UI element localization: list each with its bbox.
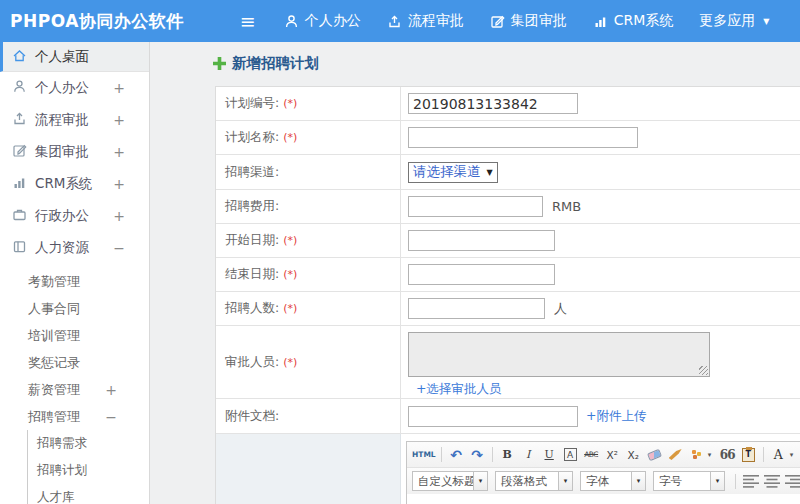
sidebar-item-training[interactable]: 培训管理: [0, 322, 149, 349]
eraser-icon[interactable]: [645, 445, 664, 464]
plan-no-label: 计划编号:: [225, 95, 279, 112]
sidebar-item-label: 招聘需求: [37, 435, 87, 452]
font-color-button[interactable]: A: [769, 445, 788, 464]
collapse-minus-icon[interactable]: −: [105, 409, 117, 425]
sidebar-item-hr-contract[interactable]: 人事合同: [0, 295, 149, 322]
top-navigation-bar: PHPOA协同办公软件 ≡ 个人办公 流程审批 集团审批 CRM系统 更多应用 …: [0, 0, 800, 42]
edit-square-icon: [490, 14, 505, 29]
sidebar-item-rewards[interactable]: 奖惩记录: [0, 349, 149, 376]
top-menu-personal-office[interactable]: 个人办公: [284, 12, 361, 30]
plan-name-input[interactable]: [408, 127, 638, 148]
sidebar-item-label: 人力资源: [35, 239, 89, 257]
end-date-input[interactable]: [408, 264, 555, 285]
font-size-dropdown[interactable]: 字号▾: [653, 471, 725, 491]
expand-plus-icon[interactable]: +: [113, 176, 125, 192]
caret-down-icon[interactable]: ▾: [708, 451, 716, 459]
plan-name-label: 计划名称:: [225, 129, 279, 146]
headcount-label: 招聘人数:: [225, 300, 279, 317]
custom-title-dropdown[interactable]: 自定义标题▾: [412, 471, 488, 491]
expand-plus-icon[interactable]: +: [113, 80, 125, 96]
sidebar-item-label: 人才库: [37, 489, 75, 504]
sidebar-item-personal-office[interactable]: 个人办公 +: [0, 72, 149, 104]
underline-button[interactable]: U: [540, 445, 559, 464]
sidebar-item-human-resources[interactable]: 人力资源 −: [0, 232, 149, 264]
redo-icon[interactable]: ↷: [468, 445, 487, 464]
sidebar-item-label: 集团审批: [35, 143, 89, 161]
sidebar-item-group-approval[interactable]: 集团审批 +: [0, 136, 149, 168]
top-menu-more-apps[interactable]: 更多应用 ▼: [699, 12, 769, 30]
home-icon: [12, 48, 35, 66]
format-brush-icon[interactable]: [666, 445, 685, 464]
caret-down-icon[interactable]: ▾: [790, 451, 798, 459]
align-center-icon[interactable]: [762, 472, 781, 491]
form-row-fee: 招聘费用: RMB: [216, 190, 800, 224]
sidebar-item-talent-pool[interactable]: 人才库: [28, 484, 149, 504]
font-family-dropdown[interactable]: 字体▾: [580, 471, 646, 491]
sidebar-item-recruit-demand[interactable]: 招聘需求: [28, 430, 149, 457]
sidebar-item-salary[interactable]: 薪资管理+: [0, 376, 149, 403]
add-plus-icon: [213, 57, 226, 70]
align-right-icon[interactable]: [783, 472, 800, 491]
sidebar-item-label: 招聘计划: [37, 462, 87, 479]
headcount-unit: 人: [554, 300, 567, 318]
subscript-button[interactable]: X₂: [624, 445, 643, 464]
sidebar-item-label: 培训管理: [28, 327, 80, 345]
form-row-plan-name: 计划名称:(*): [216, 121, 800, 155]
top-menu-workflow-approval[interactable]: 流程审批: [387, 12, 464, 30]
bold-button[interactable]: B: [498, 445, 517, 464]
paragraph-format-dropdown[interactable]: 段落格式▾: [495, 471, 573, 491]
editor-toolbar-row2: 自定义标题▾ 段落格式▾ 字体▾ 字号▾: [407, 468, 800, 494]
required-mark: (*): [283, 131, 297, 144]
headcount-input[interactable]: [408, 298, 545, 319]
channel-select[interactable]: 请选择渠道 ▼: [408, 162, 498, 183]
collapse-minus-icon[interactable]: −: [113, 240, 125, 256]
channel-label: 招聘渠道:: [225, 164, 279, 181]
top-menu-group-approval[interactable]: 集团审批: [490, 12, 567, 30]
expand-plus-icon[interactable]: +: [113, 112, 125, 128]
fee-input[interactable]: [408, 196, 543, 217]
expand-plus-icon[interactable]: +: [113, 208, 125, 224]
strikethrough-button[interactable]: ABC: [582, 445, 601, 464]
blockquote-button[interactable]: 66: [718, 445, 737, 464]
caret-down-icon: ▾: [711, 471, 725, 491]
sidebar-item-label: 流程审批: [35, 111, 89, 129]
spray-format-icon[interactable]: [687, 445, 706, 464]
plan-no-input[interactable]: [408, 93, 578, 114]
sidebar-item-crm[interactable]: CRM系统 +: [0, 168, 149, 200]
recruitment-plan-form: 计划编号:(*) 计划名称:(*) 招聘渠道: 请选择渠道 ▼ 招聘费用: RM…: [215, 86, 800, 504]
form-row-headcount: 招聘人数:(*) 人: [216, 292, 800, 326]
caret-down-icon: ▼: [487, 168, 493, 177]
approvers-textarea[interactable]: [408, 332, 710, 377]
sidebar: 个人桌面 个人办公 + 流程审批 + 集团审批 + CRM系统 + 行政办公 +…: [0, 42, 150, 504]
italic-button[interactable]: I: [519, 445, 538, 464]
top-menu-label: 流程审批: [408, 12, 464, 30]
editor-content-area[interactable]: [407, 494, 800, 504]
expand-plus-icon[interactable]: +: [105, 382, 117, 398]
attachment-upload-link[interactable]: +附件上传: [586, 408, 646, 425]
sidebar-item-recruit-plan[interactable]: 招聘计划: [28, 457, 149, 484]
sidebar-recruit-submenu: 招聘需求 招聘计划 人才库: [27, 430, 149, 504]
sidebar-item-workflow-approval[interactable]: 流程审批 +: [0, 104, 149, 136]
sidebar-item-personal-desktop[interactable]: 个人桌面: [0, 42, 149, 72]
sidebar-item-attendance[interactable]: 考勤管理: [0, 268, 149, 295]
paste-text-icon[interactable]: T: [739, 445, 758, 464]
expand-plus-icon[interactable]: +: [113, 144, 125, 160]
html-source-button[interactable]: HTML: [412, 445, 436, 464]
toolbar-separator: [763, 447, 764, 462]
select-approvers-link[interactable]: +选择审批人员: [416, 381, 501, 398]
hamburger-menu-icon[interactable]: ≡: [240, 12, 256, 31]
caret-down-icon: ▾: [632, 471, 646, 491]
autotypeset-button[interactable]: A: [564, 448, 577, 461]
required-mark: (*): [283, 302, 297, 315]
undo-icon[interactable]: ↶: [447, 445, 466, 464]
attachment-input[interactable]: [408, 406, 578, 427]
sidebar-item-admin-office[interactable]: 行政办公 +: [0, 200, 149, 232]
required-mark: (*): [283, 356, 297, 369]
toolbar-separator: [441, 447, 442, 462]
start-date-input[interactable]: [408, 230, 555, 251]
align-left-icon[interactable]: [741, 472, 760, 491]
sidebar-item-label: 人事合同: [28, 300, 80, 318]
superscript-button[interactable]: X²: [603, 445, 622, 464]
top-menu-crm[interactable]: CRM系统: [593, 12, 674, 30]
sidebar-item-recruit-mgmt[interactable]: 招聘管理−: [0, 403, 149, 430]
